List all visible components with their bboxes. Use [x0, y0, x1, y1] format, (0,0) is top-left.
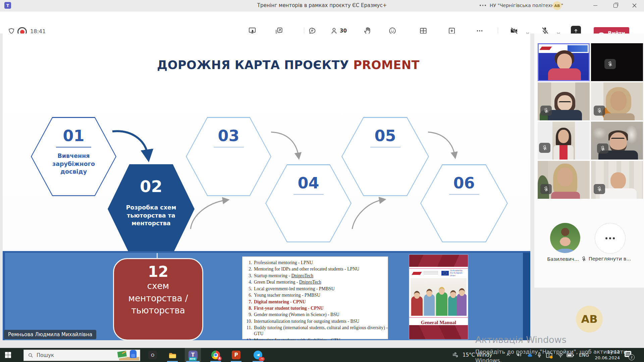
step-number: 03	[218, 128, 239, 143]
schemes-count-badge: 12 схем менторства / тьюторства	[113, 258, 203, 340]
step-number: 01	[63, 128, 84, 143]
eu-funding-text: Co-funded bythe European Union	[450, 269, 468, 277]
overflow-participant-avatar[interactable]	[550, 223, 580, 253]
view-more-label[interactable]: Переглянути в...	[589, 256, 631, 261]
video-tile[interactable]	[538, 82, 590, 120]
scheme-item: Mentoring for IDPs and other relocated s…	[253, 266, 388, 272]
step-number: 06	[453, 175, 475, 191]
telegram-badge: .74	[259, 357, 265, 361]
taskbar-file-explorer[interactable]	[166, 348, 179, 362]
manual-cover: Co-funded bythe European Union General M…	[409, 255, 468, 339]
taskbar-app-o[interactable]: O	[146, 348, 159, 362]
cover-logos: Co-funded bythe European Union	[409, 268, 468, 278]
student-figure	[436, 292, 447, 316]
schemes-count: 12	[148, 264, 168, 280]
cover-text-lines	[424, 271, 438, 275]
wind-icon	[452, 351, 460, 359]
bottom-avatar: АВ	[576, 306, 603, 333]
mentoring-schemes-list: Professional mentoring - LPNU Mentoring …	[242, 256, 388, 339]
screen: { "titlebar": { "title": "Тренінг ментор…	[0, 0, 644, 362]
scheme-item: Green Deal mentoring - DniproTech	[253, 279, 388, 285]
windows-taskbar: Пошук O TNEW A P .74 15°C Windy	[0, 348, 644, 362]
step-underline	[293, 194, 324, 195]
participant-video	[591, 122, 643, 160]
org-account-name[interactable]: НУ "Чернігівська політехніка"	[490, 0, 563, 11]
wifi-icon[interactable]	[557, 352, 564, 359]
meeting-toolbar: 18:41 Почати Відкріпити Чат 30 Користува…	[0, 11, 644, 34]
scheme-item: Local government-led mentoring - PMBSU	[253, 286, 388, 292]
video-tile[interactable]	[538, 161, 590, 199]
scheme-item: Young teacher mentoring - PMBSU	[253, 292, 388, 298]
clock-date: 20.06.2024	[595, 355, 620, 361]
student-figure	[457, 294, 467, 316]
view-more-avatar[interactable]	[595, 223, 626, 254]
video-tile[interactable]	[538, 122, 590, 160]
cover-top-band	[409, 255, 468, 267]
search-icon	[28, 353, 33, 358]
video-tile-camera-off[interactable]	[591, 43, 643, 81]
eu-flag-icon	[441, 271, 448, 276]
mic-muted-icon	[604, 59, 616, 69]
scheme-item: Buddy tutoring (international students, …	[253, 325, 388, 337]
window-titlebar: T Тренінг менторів в рамках проєкту ЄС Е…	[0, 0, 644, 11]
taskbar-clock[interactable]: 12:12 20.06.2024	[593, 348, 620, 362]
step-underline	[449, 194, 479, 195]
badge-caption-line: схем	[147, 280, 169, 292]
titlebar-more-icon[interactable]	[480, 5, 486, 6]
taskbar-telegram[interactable]: .74	[251, 348, 265, 362]
participant-video	[538, 122, 590, 160]
account-avatar[interactable]: AB	[553, 1, 561, 10]
step-text: Розробка схем тьюторства та менторства	[123, 204, 180, 228]
chrome-profile-badge: A	[217, 356, 222, 361]
tray-chevron-icon[interactable]	[505, 352, 512, 358]
scheme-item: Internationalization tutoring for outgoi…	[253, 318, 388, 324]
step-underline	[214, 147, 244, 147]
close-button[interactable]	[627, 0, 642, 11]
badge-caption-line: тьюторства	[131, 304, 185, 316]
battery-icon[interactable]	[566, 352, 575, 359]
restore-button[interactable]	[608, 0, 623, 11]
mic-muted-icon	[594, 184, 605, 194]
cover-bottom-band	[409, 325, 468, 339]
scheme-item: Professional mentoring - LPNU	[253, 260, 388, 266]
language-indicator[interactable]: ENG	[579, 348, 589, 362]
participants-count: 30	[340, 28, 347, 34]
start-button[interactable]	[0, 348, 16, 362]
taskbar-weather[interactable]: 15°C Windy	[452, 348, 492, 362]
teams-new-badge: NEW	[189, 357, 197, 361]
tray-mic-icon[interactable]	[536, 352, 543, 358]
shared-slide: ДОРОЖНЯ КАРТА ПРОЄКТУ PROMENT 01 Вивченн…	[3, 34, 530, 340]
video-tile[interactable]	[591, 122, 643, 160]
mic-muted-icon	[540, 106, 552, 116]
active-speaker-name: Ремньова Людмила Михайлівна	[4, 330, 96, 339]
video-tile[interactable]	[591, 82, 643, 120]
volume-icon[interactable]	[516, 352, 523, 358]
step-number: 02	[140, 178, 162, 194]
clock-time: 12:12	[607, 349, 620, 355]
student-figure	[424, 294, 435, 316]
notification-center-icon[interactable]: 2	[625, 351, 633, 359]
mic-muted-icon	[597, 143, 608, 154]
video-tile[interactable]	[591, 161, 643, 199]
mic-muted-icon	[594, 106, 605, 116]
search-input[interactable]: Пошук	[23, 350, 140, 361]
video-tile-speaker[interactable]	[538, 43, 590, 81]
step-text: Вивчення зарубіжного досвіду	[45, 152, 102, 176]
onedrive-icon[interactable]	[526, 352, 533, 359]
scheme-item: First-year student tutoring - CPNU	[253, 305, 388, 311]
search-seasonal-art	[117, 350, 139, 360]
cover-photo	[411, 278, 467, 316]
step-underline	[370, 147, 400, 147]
taskbar-chrome[interactable]: A	[209, 348, 222, 362]
taskbar-powerpoint[interactable]: P	[229, 348, 243, 362]
minimize-button[interactable]	[588, 0, 603, 11]
search-placeholder: Пошук	[37, 352, 54, 358]
student-figure	[411, 296, 423, 316]
sync-display-icon[interactable]	[545, 352, 553, 360]
overflow-participant-name: Базилевич...	[547, 256, 579, 262]
mic-muted-icon	[540, 184, 552, 194]
scheme-item: Digital mentoring - CPNU	[253, 299, 388, 305]
meeting-stage: ДОРОЖНЯ КАРТА ПРОЄКТУ PROMENT 01 Вивченн…	[0, 34, 644, 348]
taskbar-teams[interactable]: TNEW	[185, 348, 201, 362]
step-underline	[56, 147, 91, 148]
